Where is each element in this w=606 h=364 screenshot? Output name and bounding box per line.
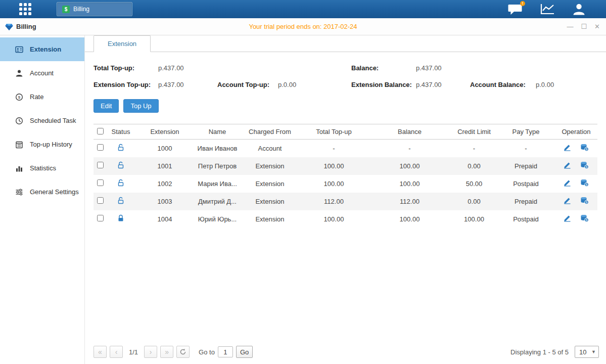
maximize-icon[interactable]: ☐ (581, 23, 587, 30)
sidebar-item-account[interactable]: Account (0, 61, 84, 85)
sidebar-item-scheduled-task[interactable]: Scheduled Task (0, 109, 84, 132)
topup-icon[interactable]: $ (580, 214, 589, 222)
sidebar-item-topup-history[interactable]: Top-up History (0, 132, 84, 156)
displaying-text: Displaying 1 - 5 of 5 (510, 348, 569, 356)
edit-icon[interactable] (564, 161, 571, 169)
balance-value: p.437.00 (416, 64, 470, 72)
topup-icon[interactable]: $ (580, 144, 589, 151)
goto-page-input[interactable] (218, 346, 233, 357)
status-lock-icon[interactable] (117, 197, 124, 204)
taskbar-tab-billing[interactable]: $ Billing (57, 2, 132, 16)
window-title-group: Billing (0, 23, 36, 31)
row-checkbox[interactable] (97, 179, 104, 186)
sidebar-item-label: Top-up History (30, 141, 72, 148)
app-launcher-grid-icon[interactable] (19, 3, 33, 15)
svg-text:$: $ (586, 201, 587, 204)
edit-icon[interactable] (564, 214, 571, 222)
app-window: $ Billing ! Billing Your trial (0, 0, 606, 364)
sidebar: Extension Account $ Rate Scheduled Task … (0, 35, 85, 364)
prev-page-button[interactable]: ‹ (110, 346, 123, 358)
cell-charged-from: Extension (240, 157, 300, 175)
close-icon[interactable]: ✕ (594, 23, 600, 30)
extension-balance-label: Extension Balance: (351, 81, 416, 88)
window-body: Extension Account $ Rate Scheduled Task … (0, 35, 606, 364)
account-topup-label: Account Top-up: (217, 81, 278, 88)
statistics-chart-icon[interactable] (540, 3, 555, 16)
cell-extension: 1004 (135, 210, 195, 228)
sidebar-item-general-settings[interactable]: General Settings (0, 180, 84, 204)
status-lock-icon[interactable] (117, 144, 124, 151)
window-title: Billing (16, 23, 36, 30)
col-total-topup: Total Top-up (300, 124, 368, 140)
col-credit-limit: Credit Limit (451, 124, 497, 140)
window-controls: — ☐ ✕ (567, 23, 600, 30)
row-checkbox[interactable] (97, 197, 104, 204)
table-row: 1001 Петр Петров Extension 100.00 100.00… (94, 157, 597, 175)
cell-total-topup: - (300, 140, 368, 157)
tab-strip: Extension (85, 35, 606, 52)
account-topup-value: p.0.00 (278, 81, 351, 88)
extension-balance-value: p.437.00 (416, 81, 470, 88)
billing-gem-icon (5, 23, 13, 31)
notification-badge: ! (520, 1, 525, 6)
row-checkbox[interactable] (97, 215, 104, 221)
sidebar-item-extension[interactable]: Extension (0, 37, 84, 61)
table-row: 1004 Юрий Юрь... Extension 100.00 100.00… (94, 210, 597, 228)
cell-credit-limit: 0.00 (451, 157, 497, 175)
page-size-value: 10 (579, 348, 586, 356)
cell-extension: 1003 (135, 193, 195, 210)
cell-total-topup: 100.00 (300, 175, 368, 193)
topup-icon[interactable]: $ (580, 161, 589, 169)
sidebar-item-label: Rate (30, 93, 43, 101)
cell-name: Мария Ива... (195, 175, 240, 193)
pagination-controls: « ‹ 1/1 › » Go to Go (94, 346, 253, 358)
edit-icon[interactable] (564, 179, 571, 187)
window-titlebar: Billing Your trial period ends on: 2017-… (0, 18, 606, 35)
table-row: 1000 Иван Иванов Account - - - - $ (94, 140, 597, 157)
minimize-icon[interactable]: — (567, 23, 573, 30)
cell-balance: - (368, 140, 451, 157)
next-page-button[interactable]: › (144, 346, 157, 358)
last-page-button[interactable]: » (160, 346, 173, 358)
refresh-button[interactable] (176, 346, 190, 358)
cell-charged-from: Account (240, 140, 300, 157)
edit-button[interactable]: Edit (94, 99, 119, 113)
extension-topup-value: p.437.00 (158, 81, 217, 88)
cell-pay-type: - (497, 140, 555, 157)
col-balance: Balance (368, 124, 451, 140)
row-checkbox[interactable] (97, 162, 104, 168)
topup-icon[interactable]: $ (580, 179, 589, 187)
sidebar-item-label: Scheduled Task (30, 117, 76, 124)
cell-credit-limit: 0.00 (451, 193, 497, 210)
chevron-down-icon: ▼ (591, 349, 596, 354)
notifications-chat-icon[interactable]: ! (507, 3, 523, 16)
page-size-select[interactable]: 10 ▼ (575, 346, 599, 358)
sidebar-item-statistics[interactable]: Statistics (0, 156, 84, 180)
status-lock-icon[interactable] (117, 214, 124, 222)
trial-period-message: Your trial period ends on: 2017-02-24 (0, 23, 606, 30)
cell-balance: 100.00 (368, 175, 451, 193)
cell-balance: 100.00 (368, 157, 451, 175)
total-topup-label: Total Top-up: (94, 64, 158, 72)
svg-text:$: $ (586, 183, 587, 186)
first-page-button[interactable]: « (94, 346, 107, 358)
total-topup-value: p.437.00 (158, 64, 217, 72)
tab-extension[interactable]: Extension (94, 35, 151, 52)
cell-pay-type: Postpaid (497, 175, 555, 193)
select-all-checkbox[interactable] (97, 128, 104, 134)
edit-icon[interactable] (564, 197, 571, 204)
balance-label: Balance: (351, 64, 416, 72)
sidebar-item-rate[interactable]: $ Rate (0, 85, 84, 109)
row-checkbox[interactable] (97, 144, 104, 151)
top-up-button[interactable]: Top Up (123, 99, 158, 113)
edit-icon[interactable] (564, 144, 571, 151)
status-lock-icon[interactable] (117, 179, 124, 187)
go-button[interactable]: Go (236, 346, 253, 358)
topup-icon[interactable]: $ (580, 197, 589, 204)
status-lock-icon[interactable] (117, 161, 124, 169)
balance-summary: Total Top-up: p.437.00 Balance: p.437.00… (94, 64, 597, 88)
user-account-icon[interactable] (572, 3, 586, 16)
table-row: 1003 Дмитрий Д... Extension 112.00 112.0… (94, 193, 597, 210)
account-balance-value: p.0.00 (536, 81, 597, 88)
cell-balance: 100.00 (368, 210, 451, 228)
